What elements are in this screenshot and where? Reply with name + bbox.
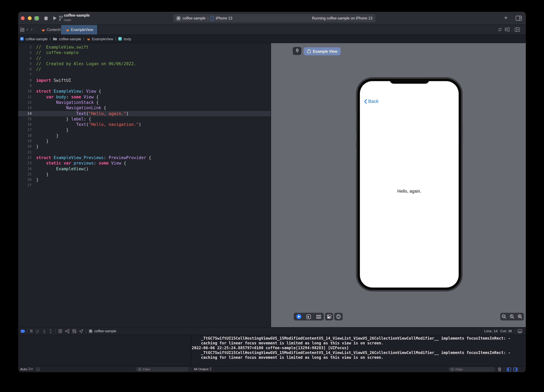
tab-label: ExampleView — [71, 28, 93, 32]
library-add-button[interactable]: + — [504, 14, 508, 21]
line-number[interactable]: 15 — [18, 116, 34, 122]
environment-overrides-icon[interactable] — [326, 314, 332, 319]
divider — [27, 367, 28, 371]
watch-variables-icon[interactable] — [30, 367, 34, 371]
code-line: 11 var body: some View { — [18, 94, 271, 100]
pin-preview-button[interactable] — [293, 47, 302, 55]
code-text: static var previews: some View { — [34, 160, 126, 166]
line-number[interactable]: 6 — [18, 66, 34, 72]
activity-view[interactable]: A coffee-sample ⟩ iPhone 13 Running coff… — [173, 14, 376, 22]
line-number[interactable]: 23 — [18, 160, 34, 166]
forward-history-button[interactable]: › — [31, 27, 32, 32]
line-number[interactable]: 4 — [18, 55, 34, 61]
zoom-in-icon[interactable] — [517, 314, 522, 319]
live-preview-button[interactable] — [296, 314, 302, 319]
pause-execution-icon[interactable] — [30, 329, 33, 333]
line-number[interactable]: 27 — [18, 183, 34, 188]
variables-view-toggle[interactable] — [507, 367, 511, 371]
scheme-title-block[interactable]: coffee-sample main — [64, 13, 90, 22]
selectable-mode-icon[interactable] — [306, 314, 311, 319]
back-button[interactable]: Back — [364, 99, 378, 104]
breadcrumb-symbol[interactable]: body — [124, 37, 131, 41]
line-number[interactable]: 25 — [18, 172, 34, 177]
line-number[interactable]: 12 — [18, 100, 34, 105]
variables-filter-field[interactable]: Filter — [136, 367, 189, 372]
related-items-grid-icon[interactable] — [20, 28, 25, 32]
zoom-100-icon[interactable] — [509, 314, 514, 319]
line-number[interactable]: 18 — [18, 133, 34, 139]
code-text: } — [34, 127, 69, 133]
code-text: Text("Hello, again.") — [34, 111, 129, 116]
line-number[interactable]: 20 — [18, 144, 34, 150]
console-line: caching for linear focus movement is lim… — [192, 355, 526, 360]
stop-button[interactable] — [44, 17, 48, 20]
editor-layout-icon[interactable] — [515, 16, 522, 21]
breadcrumb-file[interactable]: ExampleView — [92, 37, 113, 41]
run-destination-label[interactable]: iPhone 13 — [216, 16, 232, 20]
step-out-icon[interactable] — [48, 329, 53, 333]
swap-editors-icon[interactable] — [498, 28, 503, 32]
close-window-button[interactable] — [21, 16, 25, 20]
console-output-dropdown[interactable]: All Output — [194, 367, 212, 371]
view-hierarchy-icon[interactable] — [58, 329, 63, 333]
line-number[interactable]: 13 — [18, 105, 34, 111]
line-number[interactable]: 11 — [18, 94, 34, 100]
line-number[interactable]: 2 — [18, 44, 34, 50]
code-text: import SwiftUI — [34, 78, 71, 83]
tab-exampleview[interactable]: ExampleView — [61, 25, 98, 35]
volume-up-button — [356, 131, 357, 141]
navigator-sidebar-toggle-icon[interactable] — [34, 16, 39, 21]
variables-scope-dropdown[interactable]: Auto — [20, 367, 30, 371]
divider — [191, 367, 191, 371]
line-number[interactable]: 9 — [18, 83, 34, 89]
preview-selector[interactable]: Example View — [304, 47, 341, 55]
line-number[interactable]: 24 — [18, 166, 34, 172]
memory-graph-icon[interactable] — [65, 329, 70, 333]
variables-view[interactable] — [18, 335, 191, 366]
chevron-left-icon — [364, 99, 367, 104]
scheme-project-label[interactable]: coffee-sample — [183, 16, 206, 20]
code-line: 22struct ExampleView_Previews: PreviewPr… — [18, 155, 271, 161]
step-over-icon[interactable] — [35, 329, 40, 333]
console-view-toggle[interactable] — [513, 367, 518, 371]
info-icon[interactable] — [36, 367, 40, 371]
line-number[interactable]: 16 — [18, 122, 34, 127]
line-number[interactable]: 3 — [18, 50, 34, 56]
variables-scope-label: Auto — [20, 367, 27, 371]
breadcrumb-project[interactable]: coffee-sample — [26, 37, 48, 41]
variants-grid-icon[interactable] — [316, 314, 321, 319]
breadcrumb-group[interactable]: coffee-sample — [59, 37, 81, 41]
breakpoints-toggle[interactable] — [21, 329, 25, 333]
line-number[interactable]: 5 — [18, 61, 34, 67]
console-line: _TtGC7SwiftUI15CellHostingViewGVS_15Modi… — [192, 351, 526, 355]
zoom-out-icon[interactable] — [502, 314, 507, 319]
line-number[interactable]: 17 — [18, 127, 34, 133]
run-button[interactable] — [53, 16, 57, 20]
line-number[interactable]: 19 — [18, 138, 34, 144]
debug-bar: A coffee-sample Line: 14 Col: 38 — [18, 327, 526, 335]
line-number[interactable]: 14 — [18, 111, 34, 116]
device-settings-icon[interactable] — [336, 314, 341, 319]
environment-overrides-icon[interactable] — [72, 329, 77, 333]
line-number[interactable]: 21 — [18, 149, 34, 155]
clear-console-trash-icon[interactable] — [498, 367, 502, 372]
step-into-icon[interactable] — [42, 329, 47, 333]
project-icon: A — [20, 37, 24, 41]
add-editor-icon[interactable] — [514, 27, 520, 32]
line-number[interactable]: 22 — [18, 155, 34, 161]
minimap-icon[interactable] — [504, 27, 510, 32]
simulate-location-icon[interactable] — [79, 329, 83, 333]
line-number[interactable]: 10 — [18, 89, 34, 94]
console-output[interactable]: _TtGC7SwiftUI15CellHostingViewGVS_15Modi… — [191, 335, 526, 366]
line-number[interactable]: 8 — [18, 78, 34, 83]
minimize-window-button[interactable] — [28, 16, 32, 20]
line-number[interactable]: 26 — [18, 177, 34, 183]
debug-area: _TtGC7SwiftUI15CellHostingViewGVS_15Modi… — [18, 335, 526, 366]
debug-area-toggle-icon[interactable] — [517, 329, 522, 333]
console-filter-field[interactable]: Filter — [449, 367, 495, 372]
source-editor[interactable]: 2// ExampleView.swift3// coffee-sample4/… — [18, 43, 271, 327]
back-label: Back — [368, 99, 378, 104]
line-number[interactable]: 7 — [18, 72, 34, 78]
debug-session-label[interactable]: coffee-sample — [94, 329, 116, 333]
back-history-button[interactable]: ‹ — [27, 27, 28, 32]
